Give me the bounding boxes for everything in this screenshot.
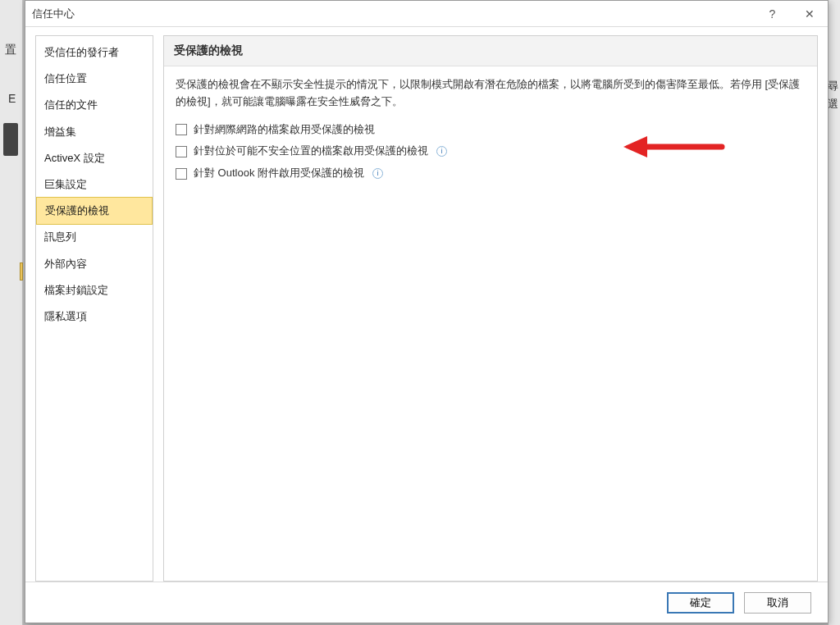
checkbox-unsafe-locations[interactable] [176,146,187,157]
sidebar-item-label: 訊息列 [44,230,76,243]
sidebar-item-label: 巨集設定 [44,178,87,190]
background-left-strip: 置 E [0,0,23,625]
sidebar-item-label: 檔案封鎖設定 [44,284,108,296]
sidebar-item-trusted-documents[interactable]: 信任的文件 [36,92,153,118]
sidebar: 受信任的發行者 信任位置 信任的文件 增益集 ActiveX 設定 巨集設定 受… [35,35,153,582]
titlebar: 信任中心 ? ✕ [25,1,828,27]
button-label: 取消 [767,595,788,610]
sidebar-item-label: 隱私選項 [44,310,87,322]
trust-center-dialog: 信任中心 ? ✕ 受信任的發行者 信任位置 信任的文件 增益集 ActiveX … [25,0,829,623]
checkbox-label[interactable]: 針對位於可能不安全位置的檔案啟用受保護的檢視 [194,143,428,160]
background-right-strip: 尋 選 [829,0,840,625]
section-description: 受保護的檢視會在不顯示安全性提示的情況下，以限制模式開啟有潛在危險的檔案，以將電… [176,76,806,111]
help-button[interactable]: ? [754,2,791,26]
sidebar-item-label: 信任的文件 [44,98,98,111]
sidebar-item-label: 外部內容 [44,258,87,270]
sidebar-item-external-content[interactable]: 外部內容 [36,251,153,277]
ok-button[interactable]: 確定 [667,592,734,614]
close-icon: ✕ [805,7,815,21]
bg-text: 選 [828,97,838,112]
section-title: 受保護的檢視 [164,36,817,66]
bg-text: E [8,92,16,105]
sidebar-item-label: 受信任的發行者 [44,46,119,58]
cancel-button[interactable]: 取消 [744,592,811,614]
help-icon: ? [769,7,776,21]
content-panel: 受保護的檢視 受保護的檢視會在不顯示安全性提示的情況下，以限制模式開啟有潛在危險… [163,35,818,582]
sidebar-item-privacy[interactable]: 隱私選項 [36,303,153,330]
sidebar-item-label: 信任位置 [44,72,87,84]
dialog-title: 信任中心 [32,7,754,21]
sidebar-item-trusted-locations[interactable]: 信任位置 [36,66,153,92]
sidebar-item-label: 增益集 [44,125,76,138]
dialog-footer: 確定 取消 [25,582,828,623]
sidebar-item-trusted-publishers[interactable]: 受信任的發行者 [36,39,153,66]
sidebar-item-file-block[interactable]: 檔案封鎖設定 [36,277,153,303]
sidebar-item-protected-view[interactable]: 受保護的檢視 [36,197,153,225]
checkbox-internet-files[interactable] [176,124,187,135]
dialog-body: 受信任的發行者 信任位置 信任的文件 增益集 ActiveX 設定 巨集設定 受… [25,27,828,582]
checkbox-label[interactable]: 針對網際網路的檔案啟用受保護的檢視 [194,121,375,139]
info-icon[interactable]: i [436,146,447,157]
section-body: 受保護的檢視會在不顯示安全性提示的情況下，以限制模式開啟有潛在危險的檔案，以將電… [164,66,817,194]
checkbox-row-unsafe-locations: 針對位於可能不安全位置的檔案啟用受保護的檢視 i [176,140,806,162]
button-label: 確定 [690,595,711,610]
checkbox-row-internet-files: 針對網際網路的檔案啟用受保護的檢視 [176,119,806,141]
close-button[interactable]: ✕ [791,2,828,26]
sidebar-item-message-bar[interactable]: 訊息列 [36,224,153,250]
bg-decor [3,123,18,156]
bg-decor [20,262,23,281]
bg-text: 置 [5,43,16,57]
info-icon[interactable]: i [372,168,383,179]
sidebar-item-addins[interactable]: 增益集 [36,119,153,145]
sidebar-item-activex[interactable]: ActiveX 設定 [36,145,153,171]
checkbox-outlook-attachments[interactable] [176,168,187,180]
sidebar-item-macro-settings[interactable]: 巨集設定 [36,171,153,198]
sidebar-item-label: ActiveX 設定 [44,152,105,164]
sidebar-item-label: 受保護的檢視 [45,204,109,217]
checkbox-row-outlook-attachments: 針對 Outlook 附件啟用受保護的檢視 i [176,162,806,185]
bg-text: 尋 [828,79,838,94]
checkbox-label[interactable]: 針對 Outlook 附件啟用受保護的檢視 [194,165,364,182]
